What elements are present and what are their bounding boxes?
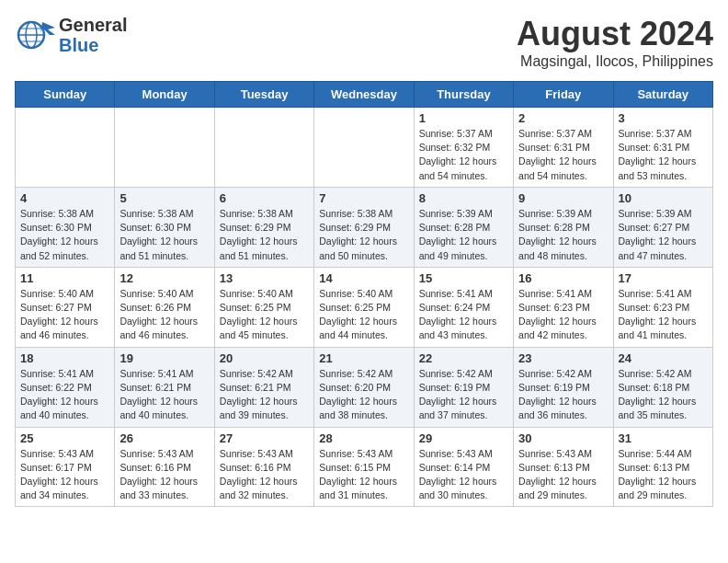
calendar-cell: 9Sunrise: 5:39 AM Sunset: 6:28 PM Daylig… — [514, 187, 613, 267]
calendar-cell: 31Sunrise: 5:44 AM Sunset: 6:13 PM Dayli… — [613, 427, 712, 507]
day-number: 25 — [20, 431, 109, 445]
day-number: 8 — [419, 191, 508, 205]
calendar-cell: 7Sunrise: 5:38 AM Sunset: 6:29 PM Daylig… — [314, 187, 414, 267]
calendar-header-tuesday: Tuesday — [214, 82, 313, 108]
calendar-cell: 21Sunrise: 5:42 AM Sunset: 6:20 PM Dayli… — [314, 347, 414, 427]
day-info: Sunrise: 5:41 AM Sunset: 6:23 PM Dayligh… — [518, 287, 608, 343]
calendar-cell: 19Sunrise: 5:41 AM Sunset: 6:21 PM Dayli… — [115, 347, 214, 427]
calendar-cell: 25Sunrise: 5:43 AM Sunset: 6:17 PM Dayli… — [16, 427, 115, 507]
calendar-header-wednesday: Wednesday — [314, 82, 414, 108]
header: General Blue August 2024 Magsingal, Iloc… — [15, 15, 713, 70]
day-number: 15 — [419, 271, 508, 285]
month-title: August 2024 — [517, 15, 713, 53]
calendar-cell: 12Sunrise: 5:40 AM Sunset: 6:26 PM Dayli… — [115, 267, 214, 347]
day-number: 4 — [20, 191, 109, 205]
calendar-week-row: 11Sunrise: 5:40 AM Sunset: 6:27 PM Dayli… — [16, 267, 713, 347]
calendar-cell — [314, 108, 414, 188]
calendar-cell: 4Sunrise: 5:38 AM Sunset: 6:30 PM Daylig… — [16, 187, 115, 267]
day-info: Sunrise: 5:42 AM Sunset: 6:19 PM Dayligh… — [419, 367, 508, 423]
day-number: 27 — [220, 431, 309, 445]
day-info: Sunrise: 5:40 AM Sunset: 6:26 PM Dayligh… — [119, 287, 209, 343]
calendar-cell: 1Sunrise: 5:37 AM Sunset: 6:32 PM Daylig… — [414, 108, 513, 188]
day-info: Sunrise: 5:41 AM Sunset: 6:21 PM Dayligh… — [119, 367, 209, 423]
day-info: Sunrise: 5:42 AM Sunset: 6:20 PM Dayligh… — [319, 367, 408, 423]
day-info: Sunrise: 5:43 AM Sunset: 6:15 PM Dayligh… — [319, 447, 408, 503]
day-info: Sunrise: 5:40 AM Sunset: 6:25 PM Dayligh… — [319, 287, 408, 343]
day-number: 6 — [220, 191, 309, 205]
day-number: 29 — [419, 431, 508, 445]
day-info: Sunrise: 5:42 AM Sunset: 6:21 PM Dayligh… — [220, 367, 309, 423]
calendar-cell: 8Sunrise: 5:39 AM Sunset: 6:28 PM Daylig… — [414, 187, 513, 267]
calendar-header-saturday: Saturday — [613, 82, 712, 108]
subtitle: Magsingal, Ilocos, Philippines — [517, 53, 713, 70]
day-number: 14 — [319, 271, 408, 285]
calendar-header-thursday: Thursday — [414, 82, 513, 108]
calendar-cell: 15Sunrise: 5:41 AM Sunset: 6:24 PM Dayli… — [414, 267, 513, 347]
day-number: 17 — [619, 271, 708, 285]
day-info: Sunrise: 5:37 AM Sunset: 6:31 PM Dayligh… — [518, 127, 608, 183]
day-info: Sunrise: 5:41 AM Sunset: 6:22 PM Dayligh… — [20, 367, 109, 423]
calendar-cell: 23Sunrise: 5:42 AM Sunset: 6:19 PM Dayli… — [514, 347, 613, 427]
day-number: 19 — [119, 351, 209, 365]
day-number: 18 — [20, 351, 109, 365]
day-info: Sunrise: 5:43 AM Sunset: 6:14 PM Dayligh… — [419, 447, 508, 503]
calendar-cell: 26Sunrise: 5:43 AM Sunset: 6:16 PM Dayli… — [115, 427, 214, 507]
calendar-cell: 20Sunrise: 5:42 AM Sunset: 6:21 PM Dayli… — [214, 347, 313, 427]
day-number: 13 — [220, 271, 309, 285]
calendar-cell: 16Sunrise: 5:41 AM Sunset: 6:23 PM Dayli… — [514, 267, 613, 347]
calendar-header-friday: Friday — [514, 82, 613, 108]
day-number: 11 — [20, 271, 109, 285]
day-number: 30 — [518, 431, 608, 445]
calendar-cell: 27Sunrise: 5:43 AM Sunset: 6:16 PM Dayli… — [214, 427, 313, 507]
day-info: Sunrise: 5:40 AM Sunset: 6:25 PM Dayligh… — [220, 287, 309, 343]
day-info: Sunrise: 5:40 AM Sunset: 6:27 PM Dayligh… — [20, 287, 109, 343]
calendar-cell: 29Sunrise: 5:43 AM Sunset: 6:14 PM Dayli… — [414, 427, 513, 507]
calendar-cell: 28Sunrise: 5:43 AM Sunset: 6:15 PM Dayli… — [314, 427, 414, 507]
title-section: August 2024 Magsingal, Ilocos, Philippin… — [517, 15, 713, 70]
day-number: 7 — [319, 191, 408, 205]
day-number: 3 — [619, 111, 708, 125]
calendar-cell: 11Sunrise: 5:40 AM Sunset: 6:27 PM Dayli… — [16, 267, 115, 347]
day-number: 10 — [619, 191, 708, 205]
calendar-week-row: 4Sunrise: 5:38 AM Sunset: 6:30 PM Daylig… — [16, 187, 713, 267]
day-info: Sunrise: 5:38 AM Sunset: 6:29 PM Dayligh… — [220, 207, 309, 263]
day-info: Sunrise: 5:38 AM Sunset: 6:30 PM Dayligh… — [119, 207, 209, 263]
day-number: 9 — [518, 191, 608, 205]
day-number: 12 — [119, 271, 209, 285]
calendar-cell: 2Sunrise: 5:37 AM Sunset: 6:31 PM Daylig… — [514, 108, 613, 188]
calendar-cell: 3Sunrise: 5:37 AM Sunset: 6:31 PM Daylig… — [613, 108, 712, 188]
calendar-cell — [214, 108, 313, 188]
day-info: Sunrise: 5:43 AM Sunset: 6:13 PM Dayligh… — [518, 447, 608, 503]
calendar-cell: 17Sunrise: 5:41 AM Sunset: 6:23 PM Dayli… — [613, 267, 712, 347]
day-info: Sunrise: 5:38 AM Sunset: 6:29 PM Dayligh… — [319, 207, 408, 263]
calendar-cell: 5Sunrise: 5:38 AM Sunset: 6:30 PM Daylig… — [115, 187, 214, 267]
day-number: 21 — [319, 351, 408, 365]
calendar-cell: 14Sunrise: 5:40 AM Sunset: 6:25 PM Dayli… — [314, 267, 414, 347]
calendar-week-row: 18Sunrise: 5:41 AM Sunset: 6:22 PM Dayli… — [16, 347, 713, 427]
day-number: 1 — [419, 111, 508, 125]
calendar-cell — [16, 108, 115, 188]
logo: General Blue — [15, 15, 127, 55]
day-number: 31 — [619, 431, 708, 445]
day-number: 28 — [319, 431, 408, 445]
logo-blue: Blue — [59, 35, 127, 55]
calendar-week-row: 25Sunrise: 5:43 AM Sunset: 6:17 PM Dayli… — [16, 427, 713, 507]
day-number: 2 — [518, 111, 608, 125]
day-info: Sunrise: 5:38 AM Sunset: 6:30 PM Dayligh… — [20, 207, 109, 263]
day-info: Sunrise: 5:39 AM Sunset: 6:27 PM Dayligh… — [619, 207, 708, 263]
day-info: Sunrise: 5:41 AM Sunset: 6:24 PM Dayligh… — [419, 287, 508, 343]
calendar-cell: 24Sunrise: 5:42 AM Sunset: 6:18 PM Dayli… — [613, 347, 712, 427]
day-number: 23 — [518, 351, 608, 365]
calendar-header-monday: Monday — [115, 82, 214, 108]
calendar-cell: 22Sunrise: 5:42 AM Sunset: 6:19 PM Dayli… — [414, 347, 513, 427]
day-number: 5 — [119, 191, 209, 205]
day-info: Sunrise: 5:37 AM Sunset: 6:32 PM Dayligh… — [419, 127, 508, 183]
day-info: Sunrise: 5:42 AM Sunset: 6:19 PM Dayligh… — [518, 367, 608, 423]
day-info: Sunrise: 5:41 AM Sunset: 6:23 PM Dayligh… — [619, 287, 708, 343]
calendar-cell — [115, 108, 214, 188]
calendar-header-sunday: Sunday — [16, 82, 115, 108]
day-number: 16 — [518, 271, 608, 285]
day-number: 24 — [619, 351, 708, 365]
calendar-cell: 18Sunrise: 5:41 AM Sunset: 6:22 PM Dayli… — [16, 347, 115, 427]
calendar-cell: 10Sunrise: 5:39 AM Sunset: 6:27 PM Dayli… — [613, 187, 712, 267]
